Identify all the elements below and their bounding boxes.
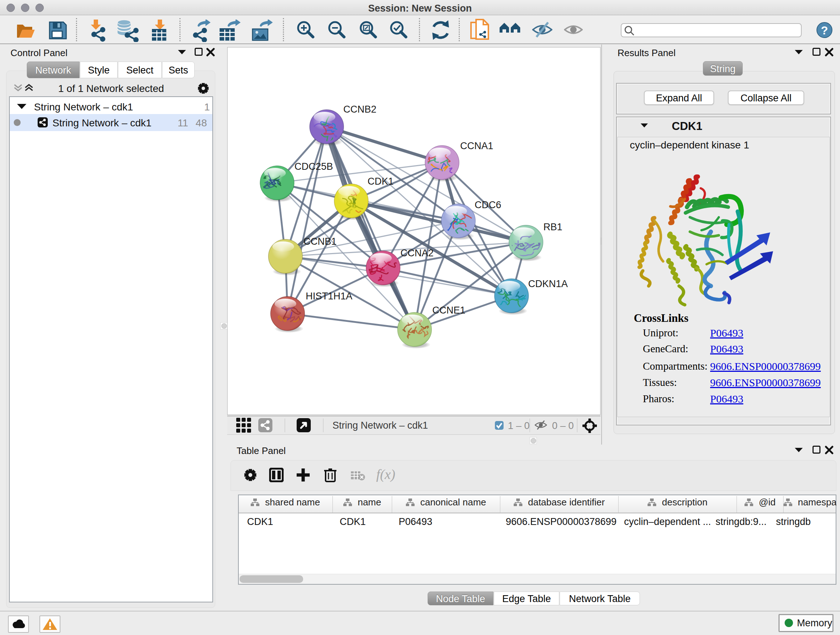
svg-text:CCNB2: CCNB2	[343, 104, 377, 115]
svg-text:CDK1: CDK1	[368, 176, 393, 187]
svg-text:HIST1H1A: HIST1H1A	[306, 291, 352, 302]
svg-text:CCNB1: CCNB1	[303, 236, 337, 247]
svg-text:CDC6: CDC6	[475, 200, 501, 211]
svg-text:CDKN1A: CDKN1A	[528, 279, 568, 289]
svg-text:CCNA1: CCNA1	[460, 141, 493, 151]
svg-text:CCNA2: CCNA2	[401, 248, 434, 258]
svg-text:CDC25B: CDC25B	[294, 161, 333, 172]
svg-text:RB1: RB1	[543, 222, 562, 233]
svg-text:CCNE1: CCNE1	[432, 305, 466, 316]
